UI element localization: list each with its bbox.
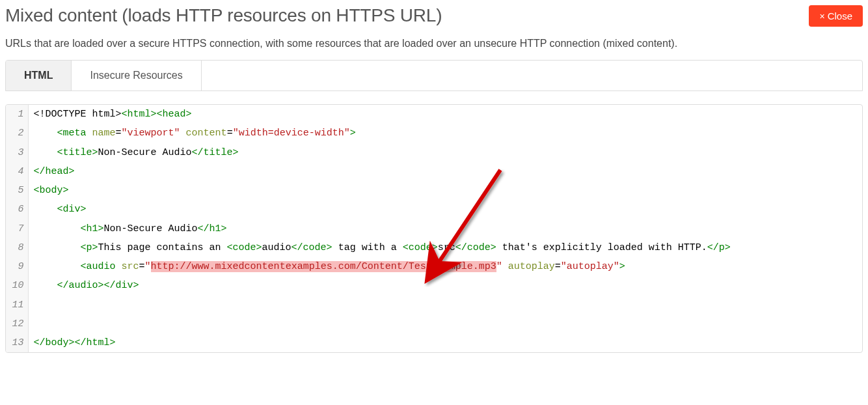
code-line: 11 [6, 296, 862, 314]
line-number: 9 [6, 257, 28, 276]
code-panel: 1<!DOCTYPE html><html><head>2 <meta name… [5, 104, 863, 353]
code-content: <p>This page contains an <code>audio</co… [28, 238, 862, 257]
line-number: 12 [6, 314, 28, 333]
code-content: <meta name="viewport" content="width=dev… [28, 124, 862, 143]
code-content: <title>Non-Secure Audio</title> [28, 143, 862, 162]
line-number: 13 [6, 333, 28, 352]
code-line: 9 <audio src="http://www.mixedcontentexa… [6, 257, 862, 276]
line-number: 2 [6, 124, 28, 143]
description-text: URLs that are loaded over a secure HTTPS… [5, 38, 863, 49]
close-button[interactable]: × Close [809, 5, 863, 27]
close-button-label: Close [828, 10, 852, 21]
line-number: 8 [6, 238, 28, 257]
code-content: </audio></div> [28, 276, 862, 295]
code-line: 1<!DOCTYPE html><html><head> [6, 105, 862, 124]
line-number: 3 [6, 143, 28, 162]
code-content: <h1>Non-Secure Audio</h1> [28, 219, 862, 238]
line-number: 10 [6, 276, 28, 295]
code-line: 10 </audio></div> [6, 276, 862, 295]
tab-html[interactable]: HTML [6, 61, 72, 91]
close-icon: × [819, 12, 824, 21]
code-line: 3 <title>Non-Secure Audio</title> [6, 143, 862, 162]
line-number: 5 [6, 181, 28, 200]
line-number: 11 [6, 296, 28, 314]
code-line: 6 <div> [6, 200, 862, 219]
code-content: </head> [28, 162, 862, 181]
code-content [28, 296, 862, 314]
code-content: <body> [28, 181, 862, 200]
tabs-container: HTML Insecure Resources [5, 60, 863, 91]
line-number: 4 [6, 162, 28, 181]
tab-insecure-resources[interactable]: Insecure Resources [72, 61, 201, 91]
line-number: 1 [6, 105, 28, 124]
line-number: 7 [6, 219, 28, 238]
code-line: 13</body></html> [6, 333, 862, 352]
code-table: 1<!DOCTYPE html><html><head>2 <meta name… [6, 105, 862, 352]
code-line: 4</head> [6, 162, 862, 181]
code-line: 5<body> [6, 181, 862, 200]
line-number: 6 [6, 200, 28, 219]
code-line: 7 <h1>Non-Secure Audio</h1> [6, 219, 862, 238]
code-line: 12 [6, 314, 862, 333]
header-row: Mixed content (loads HTTP resources on H… [5, 5, 863, 30]
code-line: 2 <meta name="viewport" content="width=d… [6, 124, 862, 143]
code-content [28, 314, 862, 333]
code-content: <!DOCTYPE html><html><head> [28, 105, 862, 124]
page-title: Mixed content (loads HTTP resources on H… [5, 5, 442, 26]
code-line: 8 <p>This page contains an <code>audio</… [6, 238, 862, 257]
code-content: </body></html> [28, 333, 862, 352]
code-content: <audio src="http://www.mixedcontentexamp… [28, 257, 862, 276]
code-content: <div> [28, 200, 862, 219]
